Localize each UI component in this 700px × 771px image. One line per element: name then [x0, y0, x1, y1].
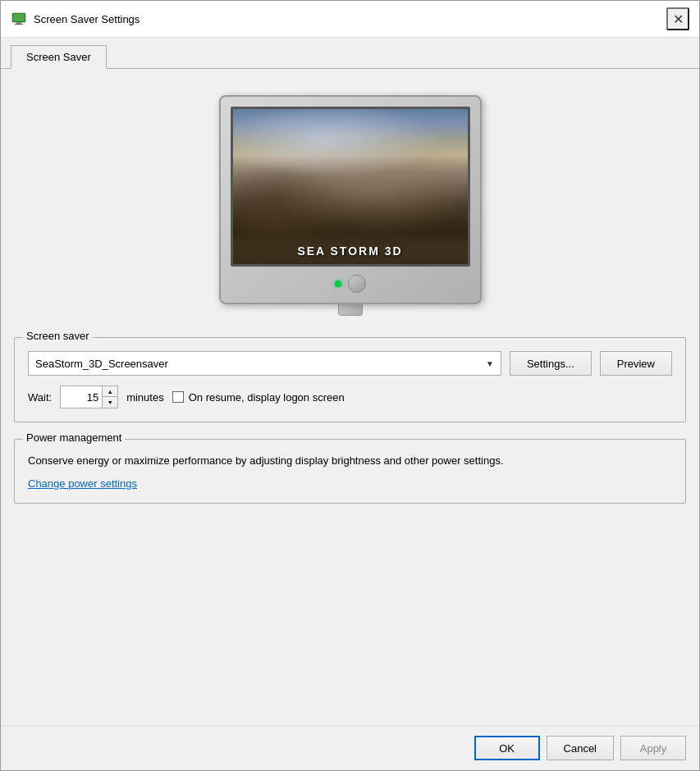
- logon-checkbox-group: On resume, display logon screen: [172, 391, 345, 404]
- content-area: SEA STORM 3D Screen saver SeaStorm_3D_Sc…: [1, 68, 699, 725]
- wait-input[interactable]: [61, 386, 102, 408]
- svg-rect-2: [16, 22, 21, 24]
- spinner-buttons: ▲ ▼: [102, 386, 117, 408]
- dialog-screen-saver-settings: Screen Saver Settings ✕ Screen Saver SEA…: [0, 0, 700, 771]
- apply-button[interactable]: Apply: [620, 736, 686, 760]
- monitor-outer: SEA STORM 3D: [219, 95, 482, 304]
- screen-saver-legend: Screen saver: [23, 330, 93, 342]
- monitor-stand: [338, 304, 363, 316]
- monitor: SEA STORM 3D: [219, 95, 482, 316]
- wait-row: Wait: ▲ ▼ minutes On resume, display log…: [28, 386, 672, 408]
- ok-button[interactable]: OK: [474, 736, 540, 760]
- monitor-preview-container: SEA STORM 3D: [14, 79, 686, 324]
- screensaver-controls: SeaStorm_3D_Screensaver ▼ Settings... Pr…: [28, 351, 672, 376]
- monitor-screen: SEA STORM 3D: [231, 107, 470, 267]
- wait-spinner: ▲ ▼: [60, 386, 118, 408]
- settings-button[interactable]: Settings...: [510, 351, 592, 376]
- dropdown-value: SeaStorm_3D_Screensaver: [35, 358, 168, 370]
- screen-saver-group: Screen saver SeaStorm_3D_Screensaver ▼ S…: [14, 337, 686, 422]
- preview-button[interactable]: Preview: [600, 351, 672, 376]
- screensaver-dropdown[interactable]: SeaStorm_3D_Screensaver ▼: [28, 351, 501, 376]
- title-bar-left: Screen Saver Settings: [11, 11, 140, 27]
- power-management-group: Power management Conserve energy or maxi…: [14, 439, 686, 504]
- spinner-down-button[interactable]: ▼: [103, 397, 117, 408]
- svg-rect-1: [13, 14, 25, 21]
- logon-checkbox[interactable]: [172, 391, 184, 403]
- tab-screen-saver[interactable]: Screen Saver: [11, 45, 107, 69]
- screen-background: [233, 109, 468, 264]
- chevron-down-icon: ▼: [486, 359, 494, 368]
- change-power-settings-link[interactable]: Change power settings: [28, 477, 137, 490]
- power-management-legend: Power management: [23, 431, 125, 444]
- monitor-icon: [11, 11, 27, 27]
- logon-label: On resume, display logon screen: [189, 391, 345, 404]
- monitor-controls: [231, 271, 470, 296]
- dialog-buttons: OK Cancel Apply: [1, 725, 699, 770]
- title-bar: Screen Saver Settings ✕: [1, 1, 699, 38]
- power-description: Conserve energy or maximize performance …: [28, 453, 672, 469]
- cancel-button[interactable]: Cancel: [547, 736, 614, 760]
- svg-rect-3: [15, 24, 23, 25]
- minutes-label: minutes: [126, 391, 164, 404]
- screensaver-label: SEA STORM 3D: [233, 244, 468, 258]
- spacer: [14, 517, 686, 716]
- monitor-led: [335, 281, 341, 287]
- tab-bar: Screen Saver: [1, 38, 699, 68]
- spinner-up-button[interactable]: ▲: [103, 386, 117, 397]
- wait-label: Wait:: [28, 391, 52, 404]
- title-bar-title: Screen Saver Settings: [34, 13, 140, 25]
- close-button[interactable]: ✕: [666, 7, 689, 30]
- monitor-power-button: [348, 275, 366, 293]
